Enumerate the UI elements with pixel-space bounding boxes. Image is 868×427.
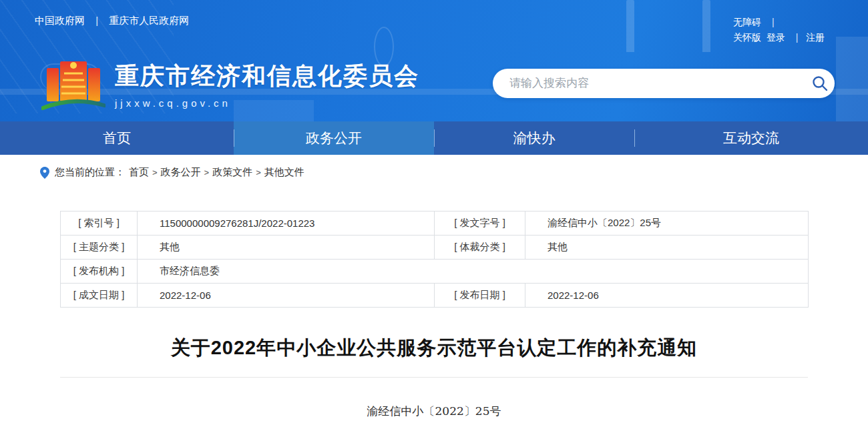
search-input[interactable]	[493, 77, 805, 90]
meta-label-written-date: [ 成文日期 ]	[61, 284, 138, 308]
site-title: 重庆市经济和信息化委员会	[115, 60, 419, 93]
utility-line-1: 无障碍 |	[733, 15, 835, 30]
meta-value-subject-category: 其他	[138, 236, 435, 260]
utility-links: 无障碍 | 关怀版 登录 | 注册	[733, 15, 835, 45]
breadcrumb-separator: >	[152, 167, 158, 177]
meta-label-issuing-agency: [ 发布机构 ]	[61, 260, 138, 284]
link-accessibility[interactable]: 无障碍	[733, 17, 761, 27]
site-logo-icon	[41, 53, 105, 115]
gov-links: 中国政府网 | 重庆市人民政府网	[35, 15, 189, 45]
document-number: 渝经信中小〔2022〕25号	[60, 404, 808, 419]
breadcrumb-gov-affairs[interactable]: 政务公开	[161, 166, 201, 179]
top-utility-bar: 中国政府网 | 重庆市人民政府网 无障碍 | 关怀版 登录 | 注册	[35, 15, 835, 45]
breadcrumb-other-files[interactable]: 其他文件	[264, 166, 304, 179]
page: 中国政府网 | 重庆市人民政府网 无障碍 | 关怀版 登录 | 注册	[0, 0, 868, 427]
separator: |	[95, 15, 98, 26]
link-china-gov[interactable]: 中国政府网	[35, 15, 85, 26]
table-row: [ 索引号 ] 11500000009276281J/2022-01223 [ …	[61, 211, 809, 236]
page-title: 关于2022年中小企业公共服务示范平台认定工作的补充通知	[60, 335, 808, 362]
breadcrumb-separator: >	[256, 167, 261, 177]
meta-label-publish-date: [ 发布日期 ]	[435, 284, 525, 308]
site-brand[interactable]: 重庆市经济和信息化委员会 jjxxw.cq.gov.cn	[41, 53, 419, 115]
header-banner: 中国政府网 | 重庆市人民政府网 无障碍 | 关怀版 登录 | 注册	[0, 0, 868, 121]
table-row: [ 发布机构 ] 市经济信息委	[61, 260, 809, 284]
link-login[interactable]: 登录	[767, 32, 785, 43]
breadcrumb-policy-files[interactable]: 政策文件	[212, 166, 252, 179]
site-url: jjxxw.cq.gov.cn	[115, 97, 419, 109]
main-nav: 首页 政务公开 渝快办 互动交流	[0, 121, 868, 155]
separator: |	[796, 32, 799, 43]
search-button[interactable]	[805, 69, 835, 98]
banner-building-decoration	[836, 37, 868, 121]
link-chongqing-gov[interactable]: 重庆市人民政府网	[109, 15, 189, 26]
meta-label-subject-category: [ 主题分类 ]	[61, 236, 138, 260]
meta-label-genre-category: [ 体裁分类 ]	[435, 236, 525, 260]
location-pin-icon	[40, 167, 49, 179]
utility-line-2: 关怀版 登录 | 注册	[733, 30, 835, 45]
meta-value-genre-category: 其他	[525, 236, 809, 260]
meta-value-doc-no: 渝经信中小〔2022〕25号	[525, 211, 809, 236]
breadcrumb-home[interactable]: 首页	[129, 166, 149, 179]
meta-value-index-no: 11500000009276281J/2022-01223	[138, 211, 435, 236]
breadcrumb-label: 您当前的位置：	[55, 166, 125, 179]
nav-item-gov-affairs[interactable]: 政务公开	[234, 121, 434, 155]
nav-item-yukuaiban[interactable]: 渝快办	[434, 121, 634, 155]
nav-item-home[interactable]: 首页	[0, 121, 234, 155]
meta-label-index-no: [ 索引号 ]	[61, 211, 138, 236]
breadcrumb-separator: >	[204, 167, 210, 177]
table-row: [ 主题分类 ] 其他 [ 体裁分类 ] 其他	[61, 236, 809, 260]
nav-item-interaction[interactable]: 互动交流	[634, 121, 868, 155]
meta-label-doc-no: [ 发文字号 ]	[435, 211, 525, 236]
brand-text: 重庆市经济和信息化委员会 jjxxw.cq.gov.cn	[115, 60, 419, 109]
meta-value-issuing-agency: 市经济信息委	[138, 260, 809, 284]
document-content: [ 索引号 ] 11500000009276281J/2022-01223 [ …	[0, 211, 868, 419]
link-care-version[interactable]: 关怀版	[733, 32, 761, 43]
search-icon	[811, 75, 829, 92]
meta-value-publish-date: 2022-12-06	[525, 284, 809, 308]
search-bar	[493, 69, 835, 98]
table-row: [ 成文日期 ] 2022-12-06 [ 发布日期 ] 2022-12-06	[61, 284, 809, 308]
document-meta-table: [ 索引号 ] 11500000009276281J/2022-01223 [ …	[60, 211, 809, 308]
title-divider	[60, 377, 808, 378]
breadcrumb: 您当前的位置： 首页 > 政务公开 > 政策文件 > 其他文件	[0, 155, 868, 190]
meta-value-written-date: 2022-12-06	[138, 284, 435, 308]
separator: |	[772, 17, 775, 27]
link-register[interactable]: 注册	[806, 32, 825, 43]
